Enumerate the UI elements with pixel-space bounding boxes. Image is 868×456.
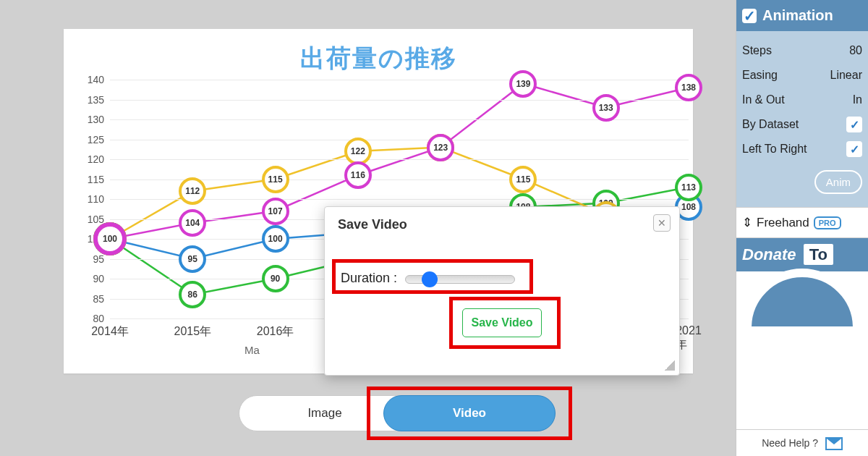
canvas-area: 出荷量の推移 808590951001051101151201251301351… <box>0 0 736 456</box>
data-point[interactable]: 112 <box>179 177 206 205</box>
close-icon[interactable]: ✕ <box>653 214 671 232</box>
highlight-save-button <box>449 297 561 349</box>
highlight-duration <box>332 259 533 294</box>
export-segmented-toggle: Image Video <box>239 391 586 434</box>
data-point[interactable]: 86 <box>179 281 206 308</box>
bydataset-label: By Dataset <box>742 118 799 131</box>
dialog-title: Save Video <box>338 217 407 232</box>
data-point[interactable]: 139 <box>509 70 537 98</box>
easing-value[interactable]: Linear <box>830 69 862 82</box>
donate-banner[interactable]: Donate To <box>736 238 868 271</box>
x-tick: 2015年 <box>174 318 211 339</box>
side-panel: ✓ Animation Steps80 EasingLinear In & Ou… <box>736 0 868 456</box>
donate-label: Donate <box>742 245 796 263</box>
y-tick: 120 <box>88 153 110 165</box>
y-tick: 140 <box>88 74 110 85</box>
animation-panel: Steps80 EasingLinear In & OutIn By Datas… <box>736 31 868 207</box>
chart-title: 出荷量の推移 <box>64 42 693 75</box>
data-point[interactable]: 104 <box>179 209 206 237</box>
x-tick: 2016年 <box>257 318 294 339</box>
data-point[interactable]: 138 <box>675 74 702 101</box>
ltr-checkbox[interactable]: ✓ <box>846 141 862 157</box>
data-point[interactable]: 107 <box>262 198 289 225</box>
pro-badge: PRO <box>814 216 841 229</box>
y-tick: 135 <box>88 94 110 106</box>
animate-button[interactable]: Anim <box>814 170 862 194</box>
data-point[interactable]: 123 <box>427 134 454 161</box>
highlight-video-toggle <box>367 387 572 440</box>
steps-value[interactable]: 80 <box>849 44 862 57</box>
data-point[interactable]: 115 <box>509 166 537 193</box>
mail-icon[interactable] <box>825 437 843 450</box>
x-tick: 2014年 <box>91 318 129 339</box>
data-point[interactable]: 95 <box>179 245 206 273</box>
data-point[interactable]: 116 <box>344 161 372 189</box>
easing-label: Easing <box>742 69 778 82</box>
attribution-text: Ma <box>244 344 260 356</box>
ltr-label: Left To Right <box>742 143 807 156</box>
resize-handle[interactable] <box>665 360 675 371</box>
inout-label: In & Out <box>742 93 785 106</box>
y-tick: 130 <box>88 114 110 125</box>
sort-icon: ⇕ <box>742 215 752 230</box>
bydataset-checkbox[interactable]: ✓ <box>846 117 862 132</box>
data-point[interactable]: 100 <box>93 222 127 256</box>
animation-checkbox[interactable]: ✓ <box>742 9 757 23</box>
inout-value[interactable]: In <box>853 93 862 106</box>
donate-circle <box>741 269 864 326</box>
y-tick: 125 <box>88 134 110 145</box>
y-tick: 110 <box>88 193 110 205</box>
help-row[interactable]: Need Help ? <box>736 429 868 450</box>
data-point[interactable]: 115 <box>262 166 289 193</box>
data-point[interactable]: 100 <box>262 225 289 253</box>
y-tick: 90 <box>93 273 110 284</box>
y-tick: 85 <box>93 293 110 305</box>
y-tick: 115 <box>88 174 110 185</box>
freehand-label: Freehand <box>757 216 809 230</box>
data-point[interactable]: 113 <box>675 174 702 201</box>
donate-to: To <box>804 244 833 265</box>
help-label: Need Help ? <box>762 437 818 449</box>
freehand-section[interactable]: ⇕ Freehand PRO <box>736 207 868 238</box>
animation-header-label: Animation <box>762 7 833 24</box>
data-point[interactable]: 133 <box>592 94 620 122</box>
data-point[interactable]: 90 <box>262 265 289 292</box>
animation-section-header[interactable]: ✓ Animation <box>736 0 868 31</box>
steps-label: Steps <box>742 44 772 57</box>
save-video-dialog: Save Video ✕ Duration : Save Video <box>324 206 680 376</box>
